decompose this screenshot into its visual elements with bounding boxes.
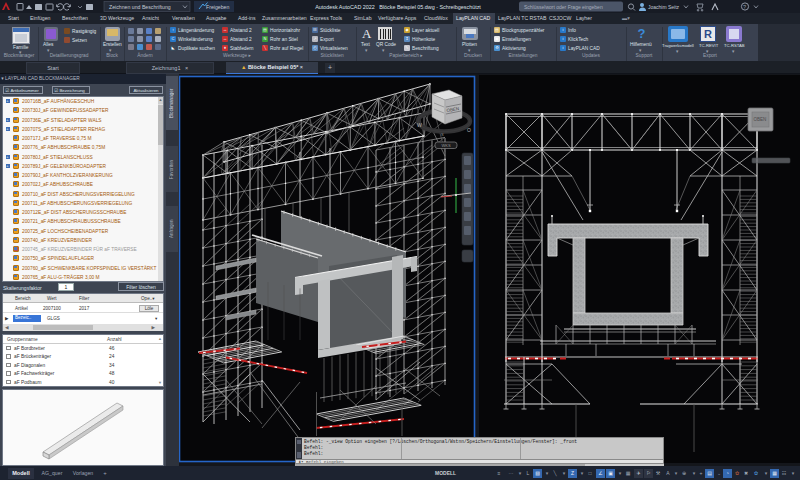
svg-text:S: S [441, 132, 444, 137]
svg-text:Schlüsselwort oder Frage einge: Schlüsselwort oder Frage eingeben [524, 4, 603, 10]
svg-text:?: ? [743, 4, 746, 10]
svg-text:Freigeben: Freigeben [206, 4, 229, 10]
svg-text:OBEN: OBEN [754, 117, 767, 122]
svg-text:Autodesk AutoCAD 2022 Blöcke: Autodesk AutoCAD 2022 Blöcke Beispiel 05… [315, 4, 481, 10]
svg-text:Joachim Seitz: Joachim Seitz [648, 4, 680, 10]
svg-text:O: O [467, 127, 471, 133]
svg-text:WKS: WKS [441, 143, 450, 148]
svg-text:Zeichnen und Beschriftung: Zeichnen und Beschriftung [109, 4, 171, 10]
svg-text:W: W [417, 122, 422, 128]
